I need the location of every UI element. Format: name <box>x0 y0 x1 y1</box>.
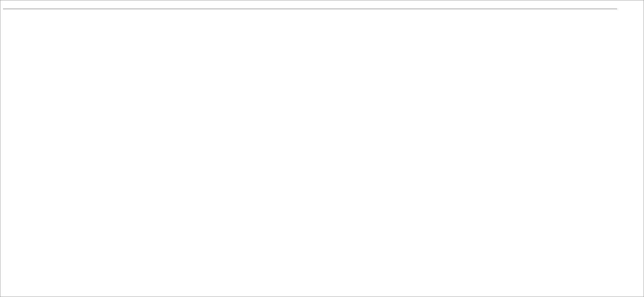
chart-window <box>0 0 644 297</box>
stoch-pane-legend <box>6 220 10 224</box>
macd-pane-legend <box>6 259 10 263</box>
rsi-pane-legend <box>6 186 10 190</box>
main-pane-legend <box>6 9 11 13</box>
chart-canvas[interactable] <box>0 0 644 297</box>
